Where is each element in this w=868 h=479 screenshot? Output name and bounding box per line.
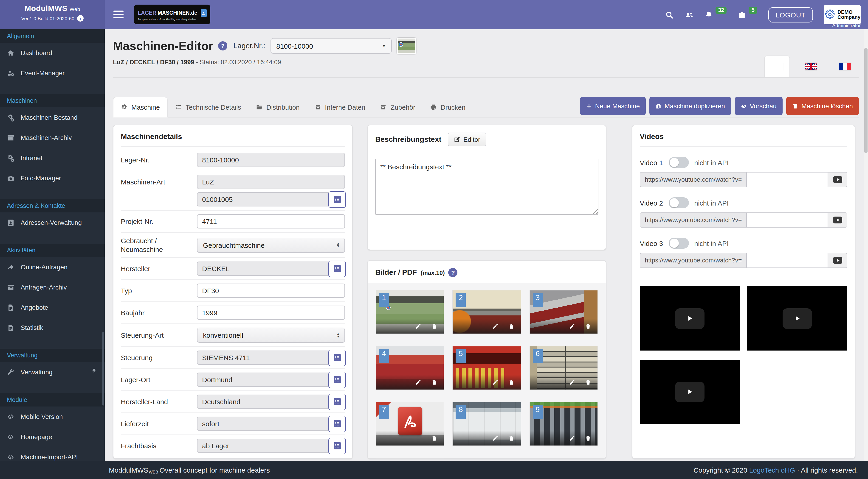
lager-nr-select[interactable]: 8100-10000▼ [270,38,392,54]
video-3-api-toggle[interactable] [669,238,689,249]
edit-image-button[interactable] [415,379,422,385]
page-scrollbar[interactable] [864,29,868,461]
help-icon[interactable]: ? [218,41,227,50]
footer-link[interactable]: LogoTech oHG [749,466,795,474]
delete-image-button[interactable] [508,323,514,329]
sidebar-item-anfragen-archiv[interactable]: Anfragen-Archiv [0,277,105,297]
steuerung-input[interactable] [197,350,345,365]
tab-interne-daten[interactable]: Interne Daten [307,97,373,117]
sidebar-item-verwaltung[interactable]: Verwaltung [0,362,105,382]
edit-image-button[interactable] [492,323,498,329]
select-arrows-icon: ▲▼ [336,242,340,248]
delete-image-button[interactable] [432,323,437,329]
maschinen-art-input[interactable] [197,192,345,206]
info-icon[interactable]: i [77,15,84,22]
video-1-url-input[interactable] [746,172,828,187]
language-tab-de[interactable] [764,56,790,77]
vorschau-button[interactable]: Vorschau [735,97,782,115]
maschinen-art-input[interactable] [197,175,345,189]
delete-image-button[interactable] [432,379,437,385]
tab-technische-details[interactable]: Technische Details [167,97,248,117]
chevron-down-icon: ▼ [382,43,386,48]
delete-image-button[interactable] [585,379,591,385]
tab-zubeh-r[interactable]: Zubehör [373,97,423,117]
machine-thumbnail[interactable] [397,38,416,54]
video-3-play-button[interactable] [828,253,847,268]
hersteller-land-input[interactable] [197,395,345,409]
search-icon[interactable] [665,10,674,19]
sidebar-item-online-anfragen[interactable]: Online-Anfragen [0,257,105,277]
delete-image-button[interactable] [585,435,591,441]
edit-image-button[interactable] [569,435,575,441]
lager-ort-list-button[interactable] [329,371,346,388]
tab-drucken[interactable]: Drucken [423,97,473,117]
sidebar-item-maschinen-archiv[interactable]: Maschinen-Archiv [0,128,105,148]
hersteller-land-list-button[interactable] [329,394,346,410]
lagermaschinen-logo[interactable]: LAGERMASCHINEN.de European network of st… [134,5,210,24]
items-box-icon[interactable]: 5 [738,10,757,19]
edit-image-button[interactable] [415,323,422,329]
hersteller-input[interactable] [197,262,345,276]
tab-maschine[interactable]: Maschine [113,97,167,117]
edit-image-button[interactable] [569,323,575,329]
video-2-play-button[interactable] [828,212,847,228]
lager-ort-input[interactable] [197,373,345,387]
edit-image-button[interactable] [492,379,498,385]
video-2-url-input[interactable] [746,212,828,228]
video-embed-3[interactable] [640,360,740,424]
sidebar-item-intranet[interactable]: Intranet [0,148,105,168]
video-1-play-button[interactable] [828,172,847,187]
images-help-icon[interactable]: ? [448,268,458,277]
sidebar-item-foto-manager[interactable]: Foto-Manager [0,168,105,188]
maschine-l-schen-button[interactable]: Maschine löschen [786,97,859,115]
users-icon[interactable] [684,10,693,19]
maschine-duplizieren-button[interactable]: Maschine duplizieren [649,97,731,115]
sidebar-item-event-manager[interactable]: Event-Manager [0,63,105,83]
video-3-url-input[interactable] [746,253,828,268]
projekt-nr-input[interactable] [197,214,345,229]
video-embed-1[interactable] [640,286,740,350]
language-switcher [764,56,858,77]
language-tab-fr[interactable] [832,56,858,77]
video-1-api-toggle[interactable] [669,157,689,168]
company-logo[interactable]: DEMOCompany [824,5,861,24]
steuerung-list-button[interactable] [329,349,346,366]
notifications-bell-icon[interactable]: 32 [704,10,727,19]
sidebar-item-dashboard[interactable]: Dashboard [0,43,105,63]
hersteller-list-button[interactable] [329,261,346,277]
sidebar-item-angebote[interactable]: Angebote [0,297,105,317]
delete-image-button[interactable] [585,323,591,329]
editor-button[interactable]: Editor [448,133,486,146]
sidebar-item-adressen-verwaltung[interactable]: Adressen-Verwaltung [0,212,105,233]
video-embed-2[interactable] [747,286,847,350]
baujahr-input[interactable] [197,306,345,320]
delete-image-button[interactable] [508,379,514,385]
logout-button[interactable]: LOGOUT [768,7,813,22]
sidebar-item-mobile-version[interactable]: Mobile Version [0,407,105,427]
language-tab-gb[interactable] [798,56,824,77]
tab-distribution[interactable]: Distribution [248,97,307,117]
frachtbasis-list-button[interactable] [329,438,346,454]
tab-bar: MaschineTechnische DetailsDistributionIn… [113,97,473,117]
neue-maschine-button[interactable]: Neue Maschine [580,97,646,115]
lager-nr-input[interactable] [197,153,345,167]
description-textarea[interactable] [375,159,598,215]
typ-input[interactable] [197,283,345,298]
delete-image-button[interactable] [508,435,514,441]
sidebar-item-machine-import-api[interactable]: Machine-Import-API [0,447,105,461]
delete-image-button[interactable] [432,435,437,441]
lieferzeit-list-button[interactable] [329,415,346,432]
edit-image-button[interactable] [492,435,498,441]
sidebar-item-statistik[interactable]: Statistik [0,317,105,338]
edit-image-button[interactable] [569,379,575,385]
steuerung-art-select[interactable]: konventionell▲▼ [197,328,345,343]
gebraucht-neumaschine-select[interactable]: Gebrauchtmaschine▲▼ [197,237,345,252]
frachtbasis-input[interactable] [197,439,345,453]
sidebar-item-maschinen-bestand[interactable]: Maschinen-Bestand [0,107,105,128]
lieferzeit-input[interactable] [197,417,345,431]
menu-toggle-icon[interactable] [114,10,124,19]
video-2-api-toggle[interactable] [669,197,689,208]
maschinen-art-list-button[interactable] [329,191,346,208]
sidebar-scrollbar[interactable] [102,332,104,406]
sidebar-item-homepage[interactable]: Homepage [0,427,105,447]
